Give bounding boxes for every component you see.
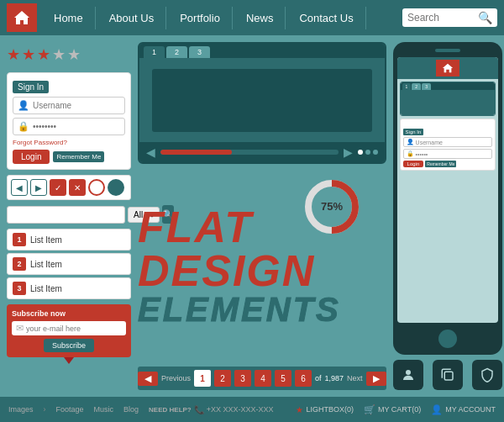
browser-tab-2[interactable]: 2 bbox=[166, 46, 187, 58]
star-3[interactable]: ★ bbox=[37, 45, 50, 64]
cart-item[interactable]: 🛒 MY CART(0) bbox=[364, 404, 421, 415]
phone-browser-tabs: 1 2 3 bbox=[401, 82, 495, 90]
browser-nav-dots bbox=[358, 150, 378, 155]
search-input-nav[interactable] bbox=[407, 12, 475, 24]
page-num-6[interactable]: 6 bbox=[295, 370, 312, 387]
phone-number: +XX XXX-XXX-XXX bbox=[207, 405, 274, 414]
remember-me-label: Remember Me bbox=[53, 151, 104, 162]
cart-icon: 🛒 bbox=[364, 404, 375, 415]
bottom-link-music[interactable]: Music bbox=[94, 405, 114, 414]
phone-home-button[interactable] bbox=[438, 330, 457, 348]
svg-point-4 bbox=[406, 370, 411, 375]
user-icon-btn[interactable] bbox=[393, 360, 423, 390]
bottom-right: ★ LIGHTBOX(0) 🛒 MY CART(0) 👤 MY ACCOUNT bbox=[296, 404, 496, 415]
star-5[interactable]: ★ bbox=[67, 45, 81, 64]
bottom-link-footage[interactable]: Footage bbox=[56, 405, 84, 414]
password-field: 🔒 bbox=[13, 118, 125, 135]
browser-back-arrow[interactable]: ◀ bbox=[146, 145, 155, 159]
email-icon: ✉ bbox=[16, 323, 24, 334]
nav-item-portfolio[interactable]: Portfolio bbox=[168, 7, 233, 29]
nav-item-contact[interactable]: Contact Us bbox=[287, 7, 365, 29]
nav-item-about[interactable]: About Us bbox=[97, 7, 166, 29]
phone-login-btn[interactable]: Login bbox=[403, 161, 424, 167]
user-field-icon: 👤 bbox=[18, 100, 29, 111]
login-btn-row: Login Remember Me bbox=[13, 150, 125, 164]
star-2[interactable]: ★ bbox=[22, 45, 35, 64]
prev-arrow-btn[interactable]: ◀ bbox=[11, 179, 28, 196]
circle-btn[interactable] bbox=[108, 179, 124, 196]
page-num-1[interactable]: 1 bbox=[194, 370, 211, 387]
list-items: 1 List Item 2 List Item 3 List Item bbox=[7, 229, 131, 299]
next-arrow-btn[interactable]: ▶ bbox=[30, 179, 47, 196]
phone-screen-header bbox=[397, 57, 498, 79]
phone-house-icon bbox=[442, 62, 454, 74]
lock-icon-btn[interactable] bbox=[472, 360, 502, 390]
subscribe-button[interactable]: Subscribe bbox=[44, 339, 94, 352]
account-item[interactable]: 👤 MY ACCOUNT bbox=[431, 404, 496, 415]
phone-tab-2[interactable]: 2 bbox=[412, 83, 421, 90]
page-num-2[interactable]: 2 bbox=[214, 370, 231, 387]
star-rating[interactable]: ★ ★ ★ ★ ★ bbox=[7, 42, 131, 67]
page-num-3[interactable]: 3 bbox=[234, 370, 251, 387]
middle-panel: 1 2 3 ◀ ▶ FLAT D bbox=[138, 42, 386, 390]
right-panel: 1 2 3 Sign In 👤 Username 🔒 •••••• bbox=[393, 42, 502, 390]
pagination: ◀ Previous 1 2 3 4 5 6 of 1,987 Next ▶ bbox=[138, 367, 386, 390]
search-icon-nav: 🔍 bbox=[478, 11, 492, 24]
page-num-4[interactable]: 4 bbox=[255, 370, 271, 387]
main-content: ★ ★ ★ ★ ★ Sign In 👤 🔒 Forgot Password? L… bbox=[0, 35, 504, 397]
copy-icon-btn[interactable] bbox=[433, 360, 463, 390]
person-icon bbox=[401, 367, 416, 382]
nav-item-home[interactable]: Home bbox=[42, 7, 96, 29]
phone-tab-1[interactable]: 1 bbox=[402, 83, 412, 90]
login-box: Sign In 👤 🔒 Forgot Password? Login Remem… bbox=[7, 72, 131, 170]
cross-btn[interactable]: ✕ bbox=[69, 179, 86, 196]
svg-marker-3 bbox=[442, 64, 452, 73]
browser-tab-1[interactable]: 1 bbox=[144, 46, 165, 58]
lock-field-icon: 🔒 bbox=[18, 121, 29, 132]
cart-label: MY CART(0) bbox=[378, 405, 421, 414]
prev-page-arrow[interactable]: ◀ bbox=[138, 372, 158, 386]
nav-item-news[interactable]: News bbox=[234, 7, 286, 29]
phone-tab-3[interactable]: 3 bbox=[422, 83, 431, 90]
nav-logo[interactable] bbox=[7, 3, 37, 32]
lightbox-label: LIGHTBOX(0) bbox=[306, 405, 354, 414]
phone-screen: 1 2 3 Sign In 👤 Username 🔒 •••••• bbox=[397, 57, 498, 323]
account-label: MY ACCOUNT bbox=[445, 405, 496, 414]
radio-btn[interactable] bbox=[88, 179, 105, 196]
elements-text: ELEMENTS bbox=[138, 293, 341, 326]
progress-bar-fill bbox=[160, 150, 232, 155]
phone-lock-icon: 🔒 bbox=[407, 150, 414, 157]
subscribe-input-row: ✉ bbox=[12, 321, 126, 335]
phone-user-icon: 👤 bbox=[407, 139, 414, 145]
next-page-arrow[interactable]: ▶ bbox=[366, 372, 386, 386]
phone-speaker bbox=[435, 49, 460, 52]
lightbox-item[interactable]: ★ LIGHTBOX(0) bbox=[296, 405, 354, 414]
list-num-3: 3 bbox=[13, 282, 26, 295]
star-4[interactable]: ★ bbox=[52, 45, 66, 64]
username-input[interactable] bbox=[33, 101, 120, 110]
signin-label: Sign In bbox=[13, 81, 49, 93]
login-button[interactable]: Login bbox=[13, 150, 50, 164]
search-bar-left: All 🔍 bbox=[7, 205, 131, 224]
forgot-link[interactable]: Forgot Password? bbox=[13, 139, 125, 146]
search-input-left[interactable] bbox=[7, 206, 125, 224]
need-help-item: NEED HELP? 📞 +XX XXX-XXX-XXX bbox=[149, 405, 273, 414]
bottom-link-blog[interactable]: Blog bbox=[123, 405, 139, 414]
browser-tab-3[interactable]: 3 bbox=[189, 46, 210, 58]
password-input[interactable] bbox=[33, 122, 120, 131]
list-text-3: List Item bbox=[30, 284, 62, 293]
search-bar-nav: 🔍 bbox=[402, 8, 497, 27]
page-num-5[interactable]: 5 bbox=[275, 370, 291, 387]
prev-label: Previous bbox=[161, 374, 191, 382]
email-input[interactable] bbox=[26, 324, 122, 333]
subscribe-box: Subscribe now ✉ Subscribe bbox=[7, 304, 131, 357]
browser-forward-arrow[interactable]: ▶ bbox=[344, 145, 353, 159]
star-1[interactable]: ★ bbox=[7, 45, 20, 64]
phone-icon: 📞 bbox=[194, 405, 204, 414]
subscribe-ribbon bbox=[64, 357, 74, 364]
check-btn[interactable]: ✓ bbox=[50, 179, 66, 196]
shield-icon bbox=[480, 367, 495, 382]
big-text-area: FLAT DESIGN ELEMENTS 75% bbox=[138, 169, 386, 361]
bottom-link-images[interactable]: Images bbox=[8, 405, 34, 414]
list-num-1: 1 bbox=[13, 233, 26, 246]
